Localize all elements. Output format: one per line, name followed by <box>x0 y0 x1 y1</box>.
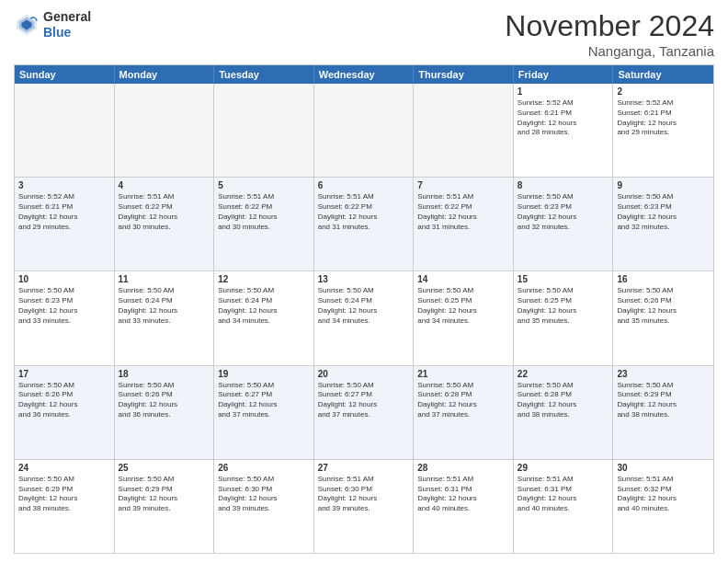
day-number: 22 <box>518 369 609 379</box>
calendar-cell: 27Sunrise: 5:51 AM Sunset: 6:30 PM Dayli… <box>314 460 415 553</box>
day-info: Sunrise: 5:50 AM Sunset: 6:29 PM Dayligh… <box>18 475 110 514</box>
day-number: 26 <box>218 463 310 473</box>
day-info: Sunrise: 5:51 AM Sunset: 6:30 PM Dayligh… <box>318 475 410 514</box>
weekday-header: Monday <box>115 65 215 84</box>
calendar-row: 3Sunrise: 5:52 AM Sunset: 6:21 PM Daylig… <box>15 178 713 271</box>
calendar-cell: 22Sunrise: 5:50 AM Sunset: 6:28 PM Dayli… <box>514 366 614 459</box>
day-info: Sunrise: 5:50 AM Sunset: 6:26 PM Dayligh… <box>119 381 210 420</box>
day-info: Sunrise: 5:50 AM Sunset: 6:25 PM Dayligh… <box>518 286 609 326</box>
calendar-cell <box>414 84 514 177</box>
calendar-cell: 3Sunrise: 5:52 AM Sunset: 6:21 PM Daylig… <box>15 178 115 270</box>
day-number: 11 <box>119 274 210 284</box>
day-info: Sunrise: 5:51 AM Sunset: 6:22 PM Dayligh… <box>318 192 410 232</box>
header: General Blue November 2024 Nanganga, Tan… <box>14 9 714 59</box>
day-info: Sunrise: 5:52 AM Sunset: 6:21 PM Dayligh… <box>617 98 710 138</box>
day-number: 17 <box>18 369 110 379</box>
calendar-cell: 5Sunrise: 5:51 AM Sunset: 6:22 PM Daylig… <box>214 178 314 270</box>
day-number: 10 <box>18 274 110 284</box>
weekday-header: Friday <box>514 65 614 84</box>
calendar-cell: 14Sunrise: 5:50 AM Sunset: 6:25 PM Dayli… <box>414 271 514 364</box>
logo-icon <box>14 12 40 38</box>
day-number: 23 <box>617 369 710 379</box>
day-info: Sunrise: 5:50 AM Sunset: 6:29 PM Dayligh… <box>119 475 210 514</box>
day-number: 27 <box>318 463 410 473</box>
day-number: 15 <box>518 274 609 284</box>
calendar-cell: 30Sunrise: 5:51 AM Sunset: 6:32 PM Dayli… <box>613 460 713 553</box>
calendar-cell <box>214 84 314 177</box>
day-info: Sunrise: 5:50 AM Sunset: 6:24 PM Dayligh… <box>218 286 310 326</box>
calendar-row: 1Sunrise: 5:52 AM Sunset: 6:21 PM Daylig… <box>15 84 713 178</box>
calendar-cell: 24Sunrise: 5:50 AM Sunset: 6:29 PM Dayli… <box>15 460 115 553</box>
day-number: 4 <box>119 180 210 190</box>
day-number: 28 <box>417 463 509 473</box>
calendar-cell: 4Sunrise: 5:51 AM Sunset: 6:22 PM Daylig… <box>115 178 215 270</box>
calendar-cell: 16Sunrise: 5:50 AM Sunset: 6:26 PM Dayli… <box>613 271 713 364</box>
day-info: Sunrise: 5:50 AM Sunset: 6:23 PM Dayligh… <box>18 286 110 326</box>
day-info: Sunrise: 5:50 AM Sunset: 6:24 PM Dayligh… <box>119 286 210 326</box>
day-info: Sunrise: 5:50 AM Sunset: 6:25 PM Dayligh… <box>417 286 509 326</box>
day-info: Sunrise: 5:50 AM Sunset: 6:23 PM Dayligh… <box>617 192 710 232</box>
day-info: Sunrise: 5:51 AM Sunset: 6:32 PM Dayligh… <box>617 475 710 514</box>
day-number: 16 <box>617 274 710 284</box>
calendar-cell: 18Sunrise: 5:50 AM Sunset: 6:26 PM Dayli… <box>115 366 215 459</box>
calendar-cell: 13Sunrise: 5:50 AM Sunset: 6:24 PM Dayli… <box>314 271 415 364</box>
day-info: Sunrise: 5:51 AM Sunset: 6:22 PM Dayligh… <box>119 192 210 232</box>
calendar-row: 24Sunrise: 5:50 AM Sunset: 6:29 PM Dayli… <box>15 460 713 553</box>
calendar-cell: 2Sunrise: 5:52 AM Sunset: 6:21 PM Daylig… <box>613 84 713 177</box>
calendar-cell: 17Sunrise: 5:50 AM Sunset: 6:26 PM Dayli… <box>15 366 115 459</box>
weekday-header: Tuesday <box>214 65 314 84</box>
day-number: 19 <box>218 369 310 379</box>
day-info: Sunrise: 5:51 AM Sunset: 6:22 PM Dayligh… <box>417 192 509 232</box>
calendar-cell: 1Sunrise: 5:52 AM Sunset: 6:21 PM Daylig… <box>514 84 614 177</box>
day-number: 30 <box>617 463 710 473</box>
day-number: 8 <box>518 180 609 190</box>
weekday-header: Sunday <box>15 65 115 84</box>
day-number: 9 <box>617 180 710 190</box>
calendar-cell: 8Sunrise: 5:50 AM Sunset: 6:23 PM Daylig… <box>514 178 614 270</box>
calendar-header: SundayMondayTuesdayWednesdayThursdayFrid… <box>15 65 713 84</box>
day-number: 14 <box>417 274 509 284</box>
day-number: 24 <box>18 463 110 473</box>
calendar-row: 10Sunrise: 5:50 AM Sunset: 6:23 PM Dayli… <box>15 271 713 365</box>
day-number: 12 <box>218 274 310 284</box>
calendar-cell: 15Sunrise: 5:50 AM Sunset: 6:25 PM Dayli… <box>514 271 614 364</box>
calendar-row: 17Sunrise: 5:50 AM Sunset: 6:26 PM Dayli… <box>15 366 713 460</box>
page: General Blue November 2024 Nanganga, Tan… <box>0 0 728 563</box>
calendar-cell: 11Sunrise: 5:50 AM Sunset: 6:24 PM Dayli… <box>115 271 215 364</box>
day-info: Sunrise: 5:50 AM Sunset: 6:26 PM Dayligh… <box>617 286 710 326</box>
day-info: Sunrise: 5:52 AM Sunset: 6:21 PM Dayligh… <box>18 192 110 232</box>
day-info: Sunrise: 5:50 AM Sunset: 6:27 PM Dayligh… <box>218 381 310 420</box>
day-number: 1 <box>518 86 609 97</box>
day-number: 18 <box>119 369 210 379</box>
logo: General Blue <box>14 9 91 40</box>
day-info: Sunrise: 5:50 AM Sunset: 6:30 PM Dayligh… <box>218 475 310 514</box>
weekday-header: Saturday <box>613 65 713 84</box>
day-info: Sunrise: 5:50 AM Sunset: 6:28 PM Dayligh… <box>417 381 509 420</box>
calendar-cell: 28Sunrise: 5:51 AM Sunset: 6:31 PM Dayli… <box>414 460 514 553</box>
day-number: 21 <box>417 369 509 379</box>
day-info: Sunrise: 5:52 AM Sunset: 6:21 PM Dayligh… <box>518 98 609 138</box>
calendar-cell: 19Sunrise: 5:50 AM Sunset: 6:27 PM Dayli… <box>214 366 314 459</box>
weekday-header: Wednesday <box>314 65 415 84</box>
calendar-cell: 29Sunrise: 5:51 AM Sunset: 6:31 PM Dayli… <box>514 460 614 553</box>
day-number: 13 <box>318 274 410 284</box>
day-info: Sunrise: 5:50 AM Sunset: 6:28 PM Dayligh… <box>518 381 609 420</box>
day-info: Sunrise: 5:50 AM Sunset: 6:26 PM Dayligh… <box>18 381 110 420</box>
day-info: Sunrise: 5:50 AM Sunset: 6:27 PM Dayligh… <box>318 381 410 420</box>
day-number: 6 <box>318 180 410 190</box>
calendar-cell: 6Sunrise: 5:51 AM Sunset: 6:22 PM Daylig… <box>314 178 415 270</box>
calendar: SundayMondayTuesdayWednesdayThursdayFrid… <box>14 64 714 554</box>
calendar-cell: 26Sunrise: 5:50 AM Sunset: 6:30 PM Dayli… <box>214 460 314 553</box>
location: Nanganga, Tanzania <box>505 43 714 59</box>
day-number: 20 <box>318 369 410 379</box>
title-block: November 2024 Nanganga, Tanzania <box>505 9 714 59</box>
day-info: Sunrise: 5:51 AM Sunset: 6:31 PM Dayligh… <box>417 475 509 514</box>
day-info: Sunrise: 5:51 AM Sunset: 6:31 PM Dayligh… <box>518 475 609 514</box>
day-info: Sunrise: 5:50 AM Sunset: 6:23 PM Dayligh… <box>518 192 609 232</box>
weekday-header: Thursday <box>414 65 514 84</box>
calendar-cell: 23Sunrise: 5:50 AM Sunset: 6:29 PM Dayli… <box>613 366 713 459</box>
calendar-body: 1Sunrise: 5:52 AM Sunset: 6:21 PM Daylig… <box>15 84 713 553</box>
calendar-cell: 21Sunrise: 5:50 AM Sunset: 6:28 PM Dayli… <box>414 366 514 459</box>
day-number: 3 <box>18 180 110 190</box>
day-info: Sunrise: 5:51 AM Sunset: 6:22 PM Dayligh… <box>218 192 310 232</box>
